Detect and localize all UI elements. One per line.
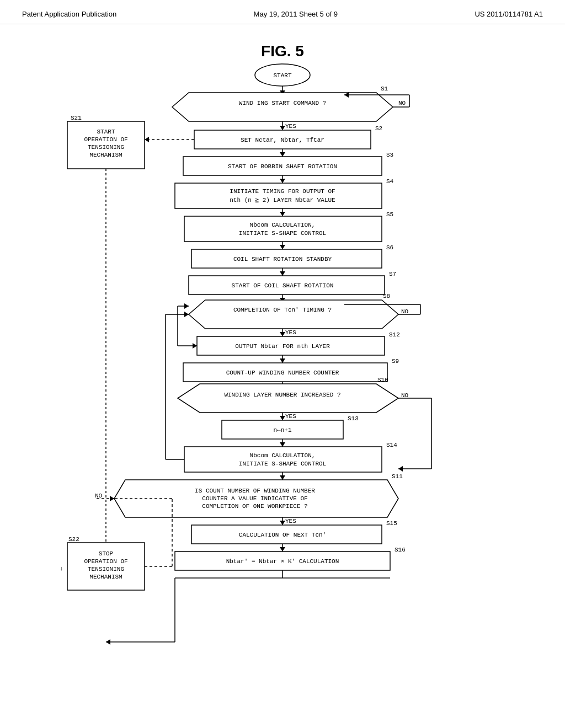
s13-id: S13	[348, 415, 359, 422]
s11-no: NO	[95, 493, 103, 499]
s21-text3: TENSIONING	[88, 144, 124, 151]
s1-no: NO	[398, 100, 406, 106]
s6-text: COIL SHAFT ROTATION STANDBY	[233, 256, 332, 263]
s8-no: NO	[401, 308, 409, 315]
svg-marker-26	[145, 137, 149, 142]
s5-id: S5	[386, 211, 393, 218]
s11-text3: COMPLETION OF ONE WORKPIECE ?	[202, 503, 307, 510]
s8-yes: YES	[285, 329, 296, 336]
s14-id: S14	[386, 442, 397, 448]
s3-id: S3	[386, 152, 393, 158]
page-header: Patent Application Publication May 19, 2…	[0, 0, 565, 24]
s2-id: S2	[375, 125, 382, 132]
s2-text: SET Nctar, Nbtar, Tftar	[241, 137, 324, 143]
s4-text2: nth (n ≧ 2) LAYER Nbtar VALUE	[230, 197, 335, 204]
s1-yes: YES	[285, 123, 296, 130]
s14-text2: INITIATE S-SHAPE CONTROL	[239, 461, 326, 467]
s5-text1: Nbcom CALCULATION,	[250, 222, 316, 228]
svg-rect-18	[175, 183, 382, 208]
s1-text: WIND ING START COMMAND ?	[239, 100, 326, 106]
s5-text2: INITIATE S-SHAPE CONTROL	[239, 230, 326, 237]
svg-marker-41	[280, 332, 285, 336]
svg-marker-69	[280, 475, 285, 480]
s12-id: S12	[389, 331, 400, 338]
header-center: May 19, 2011 Sheet 5 of 9	[254, 10, 338, 18]
svg-marker-77	[280, 547, 285, 552]
s21-id: S21	[71, 115, 82, 121]
svg-marker-5	[172, 93, 393, 121]
s10-yes: YES	[285, 413, 296, 420]
s22-text2: OPERATION OF	[84, 558, 127, 565]
svg-marker-23	[280, 245, 285, 249]
s11-text1: IS COUNT NUMBER OF WINDING NUMBER	[195, 488, 315, 494]
s11-id: S11	[392, 473, 403, 480]
s11-yes: YES	[285, 518, 296, 524]
s4-id: S4	[386, 178, 394, 185]
svg-marker-14	[280, 152, 285, 157]
s12-text: OUTPUT Nbtar FOR nth LAYER	[235, 343, 330, 350]
svg-marker-57	[398, 466, 403, 472]
fig-title: FIG. 5	[261, 42, 304, 60]
s10-no: NO	[401, 392, 409, 399]
svg-marker-53	[178, 384, 398, 413]
s22-text4: MECHANISM	[89, 574, 122, 580]
start-label: START	[273, 72, 291, 79]
s4-text1: INITIATE TIMING FOR OUTPUT OF	[230, 188, 335, 195]
s14-text1: Nbcom CALCULATION,	[250, 452, 316, 459]
s1-id: S1	[381, 85, 388, 92]
s7-id: S7	[389, 271, 396, 277]
s3-text: START OF BOBBIN SHAFT ROTATION	[228, 163, 337, 170]
svg-marker-74	[280, 521, 285, 525]
s8-text: COMPLETION OF Tcn' TIMING ?	[233, 307, 332, 313]
s10-text: WINDING LAYER NUMBER INCREASED ?	[224, 392, 340, 398]
s6-id: S6	[386, 244, 393, 251]
s22-arrow: ↓	[60, 565, 63, 572]
svg-marker-47	[184, 303, 189, 309]
s21-text1: START	[97, 129, 115, 135]
s9-text: COUNT-UP WINDING NUMBER COUNTER	[226, 370, 339, 376]
s15-id: S15	[386, 520, 397, 527]
s7-text: START OF COIL SHAFT ROTATION	[232, 282, 334, 289]
s9-id: S9	[392, 358, 399, 365]
s15-text: CALCULATION OF NEXT Tcn'	[239, 532, 326, 538]
s8-id: S8	[383, 293, 390, 299]
svg-marker-44	[193, 343, 197, 349]
svg-marker-20	[280, 212, 285, 216]
s21-text4: MECHANISM	[89, 152, 122, 158]
s21-text2: OPERATION OF	[84, 136, 127, 143]
s22-text3: TENSIONING	[88, 566, 124, 572]
svg-rect-63	[184, 447, 382, 472]
header-left: Patent Application Publication	[22, 10, 116, 18]
flowchart: FIG. 5 START WIND ING START COMMAND ? S1…	[34, 35, 531, 697]
svg-marker-30	[280, 271, 285, 276]
svg-rect-21	[184, 216, 382, 242]
svg-marker-72	[110, 496, 114, 501]
svg-marker-67	[184, 312, 189, 317]
s11-text2: COUNTER A VALUE INDICATIVE OF	[202, 495, 307, 502]
svg-marker-17	[280, 179, 285, 183]
s16-text: Nbtar' = Nbtar × K' CALCULATION	[226, 558, 339, 565]
svg-marker-11	[280, 126, 285, 130]
diagram-container: FIG. 5 START WIND ING START COMMAND ? S1…	[0, 24, 565, 708]
s16-id: S16	[395, 547, 406, 553]
s13-text: n←n+1	[273, 427, 291, 433]
svg-marker-83	[106, 639, 110, 645]
svg-marker-49	[280, 358, 285, 363]
header-right: US 2011/0114781 A1	[475, 10, 543, 18]
svg-marker-59	[280, 416, 285, 420]
svg-marker-62	[280, 442, 285, 447]
s10-id: S10	[377, 377, 388, 383]
s22-text1: STOP	[99, 550, 114, 557]
s22-id: S22	[68, 536, 79, 543]
